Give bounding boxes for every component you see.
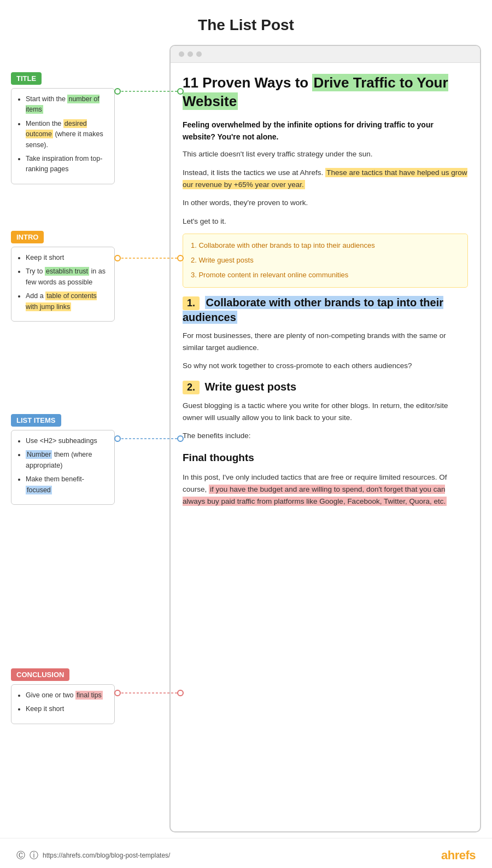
article-content: 11 Proven Ways to Drive Traffic to Your …: [171, 63, 480, 525]
intro-p3: In other words, they're proven to work.: [183, 197, 468, 209]
title-tip-3: Take inspiration from top-ranking pages: [26, 154, 108, 175]
conclusion-tips-box: Give one or two final tips Keep it short: [11, 684, 115, 724]
intro-label: INTRO: [11, 231, 44, 243]
info-icon: ⓘ: [30, 850, 38, 861]
h2-1-num: 1.: [183, 296, 200, 310]
h2-2-num: 2.: [183, 381, 200, 394]
article-h3-final: Final thoughts: [183, 450, 468, 466]
intro-p2: Instead, it lists the tactics we use at …: [183, 167, 468, 190]
h2-1-text: Collaborate with other brands to tap int…: [183, 296, 443, 324]
title-label: TITLE: [11, 72, 42, 85]
intro-tip-3: Add a table of contents with jump links: [26, 291, 108, 312]
intro-tips-box: Keep it short Try to establish trust in …: [11, 247, 115, 322]
browser-dot-3: [196, 51, 202, 57]
browser-dot-1: [179, 51, 184, 57]
title-text: Proven Ways to: [202, 74, 312, 91]
conclusion-tip-2: Keep it short: [26, 704, 108, 714]
intro-p2-before: Instead, it lists the tactics we use at …: [183, 168, 323, 177]
title-annotation: TITLE Start with the number of items Men…: [11, 72, 115, 184]
toc-item-3: 3. Promote content in relevant online co…: [191, 268, 460, 283]
browser-frame: 11 Proven Ways to Drive Traffic to Your …: [169, 45, 481, 832]
conclusion-label: CONCLUSION: [11, 668, 69, 681]
footer-brand: ahrefs: [441, 848, 476, 863]
intro-annotation: INTRO Keep it short Try to establish tru…: [11, 231, 115, 322]
toc-list: 1. Collaborate with other brands to tap …: [183, 234, 468, 287]
list-items-label: LIST ITEMS: [11, 414, 61, 427]
body-2-p2: The benefits include:: [183, 430, 468, 442]
intro-bold: Feeling overwhelmed by the infinite opti…: [183, 119, 468, 143]
article-h2-1: 1. Collaborate with other brands to tap …: [183, 295, 468, 324]
title-tip-2: Mention the desired outcome (where it ma…: [26, 119, 108, 150]
intro-p1: This article doesn't list every traffic …: [183, 148, 468, 160]
list-tip-3: Make them benefit-focused: [26, 474, 108, 496]
h2-2-text: Write guest posts: [205, 381, 296, 393]
list-items-annotation: LIST ITEMS Use <H2> subheadings Number t…: [11, 414, 115, 505]
browser-dot-2: [188, 51, 193, 57]
toc-item-1: 1. Collaborate with other brands to tap …: [191, 238, 460, 253]
intro-tip-1: Keep it short: [26, 253, 108, 263]
footer-left: Ⓒ ⓘ https://ahrefs.com/blog/blog-post-te…: [16, 850, 170, 861]
cc-icon: Ⓒ: [16, 850, 25, 861]
article-h1: 11 Proven Ways to Drive Traffic to Your …: [183, 74, 468, 111]
intro-tip-2: Try to establish trust in as few words a…: [26, 266, 108, 288]
title-tip-1: Start with the number of items: [26, 94, 108, 115]
conclusion-annotation: CONCLUSION Give one or two final tips Ke…: [11, 668, 115, 724]
page-title: The List Post: [0, 0, 492, 45]
conclusion-highlighted: if you have the budget and are willing t…: [183, 485, 447, 506]
title-number: 11: [183, 74, 198, 91]
body-1-p2: So why not work together to cross-promot…: [183, 360, 468, 372]
conclusion-tip-1: Give one or two final tips: [26, 690, 108, 701]
body-2-p1: Guest blogging is a tactic where you wri…: [183, 400, 468, 423]
conclusion-p: In this post, I've only included tactics…: [183, 471, 468, 507]
list-tip-1: Use <H2> subheadings: [26, 436, 108, 446]
list-items-tips-box: Use <H2> subheadings Number them (where …: [11, 430, 115, 505]
browser-bar: [171, 46, 480, 63]
article-h2-2: 2. Write guest posts: [183, 380, 468, 394]
toc-item-2: 2. Write guest posts: [191, 253, 460, 268]
footer-url: https://ahrefs.com/blog/blog-post-templa…: [43, 852, 170, 859]
title-tips-box: Start with the number of items Mention t…: [11, 88, 115, 184]
intro-p4: Let's get to it.: [183, 215, 468, 228]
body-1-p1: For most businesses, there are plenty of…: [183, 330, 468, 353]
page-footer: Ⓒ ⓘ https://ahrefs.com/blog/blog-post-te…: [0, 838, 492, 868]
list-tip-2: Number them (where appropriate): [26, 450, 108, 471]
